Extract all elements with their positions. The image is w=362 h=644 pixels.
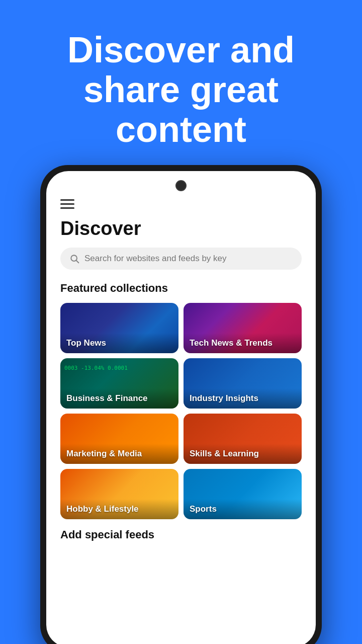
collection-card-hobby[interactable]: Hobby & Lifestyle xyxy=(60,469,178,519)
card-label-top-news: Top News xyxy=(60,333,178,353)
card-label-hobby: Hobby & Lifestyle xyxy=(60,499,178,519)
collection-card-industry[interactable]: Industry Insights xyxy=(184,358,302,409)
add-special-feeds-title: Add special feeds xyxy=(60,528,302,541)
card-label-tech: Tech News & Trends xyxy=(184,333,302,353)
search-input[interactable] xyxy=(84,254,293,264)
featured-collections-title: Featured collections xyxy=(60,282,302,295)
hero-text: Discover and share great content xyxy=(37,0,325,150)
phone-screen: Discover Featured collections Top News xyxy=(46,171,316,644)
page-title: Discover xyxy=(60,218,302,239)
card-label-skills: Skills & Learning xyxy=(184,444,302,464)
collection-card-skills[interactable]: Skills & Learning xyxy=(184,414,302,464)
menu-button[interactable] xyxy=(60,199,302,209)
collection-card-top-news[interactable]: Top News xyxy=(60,303,178,353)
card-label-sports: Sports xyxy=(184,499,302,519)
collection-card-sports[interactable]: Sports xyxy=(184,469,302,519)
hero-section: Discover and share great content xyxy=(37,0,325,150)
card-label-industry: Industry Insights xyxy=(184,388,302,409)
svg-line-1 xyxy=(76,260,79,263)
search-icon xyxy=(69,254,79,264)
search-bar[interactable] xyxy=(60,248,302,270)
screen-content: Discover Featured collections Top News xyxy=(46,171,316,644)
collection-card-marketing[interactable]: Marketing & Media xyxy=(60,414,178,464)
camera-notch xyxy=(175,180,187,191)
collection-card-business[interactable]: Business & Finance xyxy=(60,358,178,409)
card-label-marketing: Marketing & Media xyxy=(60,444,178,464)
phone-mockup: Discover Featured collections Top News xyxy=(40,165,322,644)
phone-outer: Discover Featured collections Top News xyxy=(40,165,322,644)
collections-grid: Top News Tech News & Trends Business & F… xyxy=(60,303,302,519)
card-label-business: Business & Finance xyxy=(60,388,178,409)
collection-card-tech[interactable]: Tech News & Trends xyxy=(184,303,302,353)
